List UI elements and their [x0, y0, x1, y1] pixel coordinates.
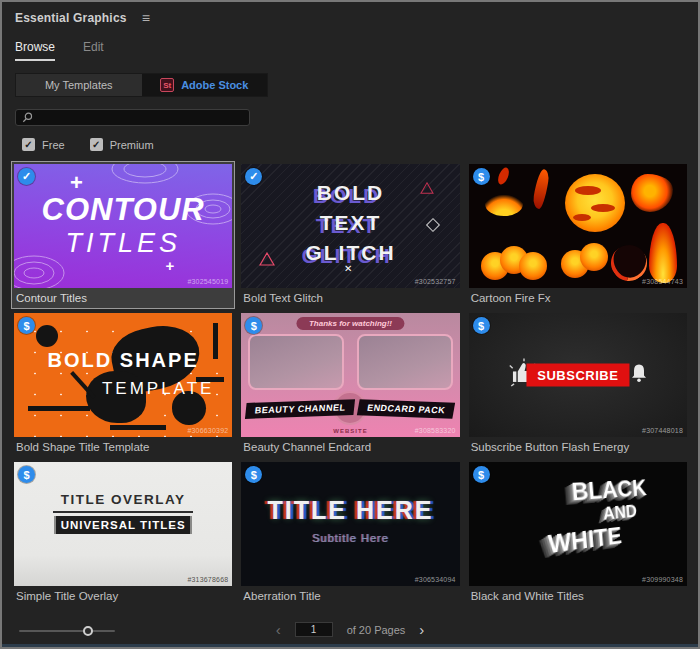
tab-browse[interactable]: Browse [15, 40, 55, 61]
filter-row: ✓ Free ✓ Premium [22, 138, 698, 151]
fire-decoration [649, 223, 677, 283]
search-box[interactable] [15, 109, 250, 126]
template-card-simple-overlay[interactable]: $ TITLE OVERLAY UNIVERSAL TITLES #313678… [11, 459, 235, 607]
template-card-bold-shape[interactable]: $ BOLD SHAPE TEMPLATE #306630392 Bold Sh… [11, 310, 235, 458]
slider-handle[interactable] [83, 626, 93, 636]
stock-id: #306630392 [187, 427, 228, 434]
premium-dollar-badge-icon: $ [245, 317, 262, 334]
fire-cloud-decoration [481, 252, 547, 280]
tab-bar: Browse Edit [15, 40, 698, 61]
video-placeholder [248, 334, 344, 390]
free-checkbox-checked-icon[interactable]: ✓ [22, 138, 35, 151]
template-title: Simple Title Overlay [14, 586, 232, 604]
template-card-beauty-endcard[interactable]: $ Thanks for watching!! BEAUTY CHANNEL E… [238, 310, 462, 458]
video-placeholder [357, 334, 453, 390]
right-banner-text: ENDCARD PACK [357, 399, 456, 418]
thanks-banner-text: Thanks for watching!! [297, 317, 404, 330]
free-filter[interactable]: ✓ Free [22, 138, 65, 151]
my-templates-label: My Templates [45, 79, 113, 91]
panel-title: Essential Graphics [15, 11, 127, 25]
template-card-black-white-titles[interactable]: $ BLACK AND WHITE #309990348 Black and W… [466, 459, 690, 607]
premium-dollar-badge-icon: $ [18, 466, 35, 483]
search-input[interactable] [33, 112, 249, 124]
panel-header: Essential Graphics ≡ [2, 2, 698, 25]
template-title: Black and White Titles [469, 586, 687, 604]
adobe-stock-icon: St [160, 78, 174, 92]
premium-label: Premium [110, 139, 154, 151]
shape-decoration [36, 325, 58, 347]
premium-dollar-badge-icon: $ [473, 317, 490, 334]
bell-icon [627, 361, 651, 385]
stock-id: #302532757 [415, 278, 456, 285]
thumb-title-text: CONTOUR [14, 192, 232, 228]
template-card-bold-text-glitch[interactable]: ✓ BOLD TEXT GLITCH ✕ #302532757 Bold Tex… [238, 161, 462, 309]
source-toggle: My Templates St Adobe Stock [15, 73, 268, 97]
page-count-label: of 20 Pages [347, 624, 406, 636]
thumb-subtitle-text: TEMPLATE [84, 379, 232, 399]
3d-title-stack: BLACK AND WHITE [522, 476, 651, 562]
template-card-contour-titles[interactable]: ✓ + + CONTOUR TITLES [11, 161, 235, 309]
chevron-left-icon[interactable]: ‹ [276, 623, 281, 637]
premium-dollar-badge-icon: $ [473, 168, 490, 185]
shape-decoration [110, 425, 166, 430]
tab-edit[interactable]: Edit [83, 40, 104, 61]
triangle-decoration [259, 252, 275, 266]
search-icon [22, 112, 33, 123]
underline-decoration [53, 511, 193, 513]
stock-id: #309990348 [642, 576, 683, 583]
fire-decoration [496, 166, 511, 186]
adobe-stock-button[interactable]: St Adobe Stock [142, 74, 268, 96]
stock-id: #306534094 [415, 576, 456, 583]
fire-decoration [532, 168, 550, 209]
panel-menu-icon[interactable]: ≡ [142, 12, 150, 24]
template-card-cartoon-fire-fx[interactable]: $ #308544743 Car [466, 161, 690, 309]
stock-id: #307448018 [642, 427, 683, 434]
template-card-subscribe-flash[interactable]: $ SUBSCRIBE #307448018 Subscri [466, 310, 690, 458]
fire-decoration [485, 192, 523, 216]
free-check-badge-icon: ✓ [18, 168, 35, 185]
stock-id: #308583320 [415, 427, 456, 434]
stock-id: #302545019 [187, 278, 228, 285]
premium-dollar-badge-icon: $ [473, 466, 490, 483]
subscribe-button-text: SUBSCRIBE [526, 364, 629, 387]
adobe-stock-label: Adobe Stock [181, 79, 248, 91]
template-thumbnail: $ BOLD SHAPE TEMPLATE #306630392 [14, 313, 232, 437]
chevron-right-icon[interactable]: › [419, 623, 424, 637]
fire-cloud-decoration [561, 250, 608, 278]
fire-decoration [631, 174, 673, 212]
template-thumbnail: $ TITLE HERE Subtitle Here #306534094 [241, 462, 459, 586]
plus-decoration: + [166, 257, 175, 274]
template-thumbnail: $ TITLE OVERLAY UNIVERSAL TITLES #313678… [14, 462, 232, 586]
thumbnail-size-slider[interactable] [19, 626, 115, 636]
triangle-decoration [420, 182, 434, 194]
template-thumbnail: $ #308544743 [469, 164, 687, 288]
template-title: Bold Text Glitch [241, 288, 459, 306]
contour-rings-decoration [110, 164, 180, 186]
template-title: Aberration Title [241, 586, 459, 604]
panel-bottom-border [2, 644, 698, 647]
template-title: Beauty Channel Endcard [241, 437, 459, 455]
premium-filter[interactable]: ✓ Premium [90, 138, 154, 151]
template-title: Contour Titles [14, 288, 232, 306]
cross-decoration: ✕ [344, 263, 352, 274]
template-title: Cartoon Fire Fx [469, 288, 687, 306]
template-title: Subscribe Button Flash Energy [469, 437, 687, 455]
template-title: Bold Shape Title Template [14, 437, 232, 455]
template-grid: ✓ + + CONTOUR TITLES [11, 161, 690, 607]
premium-dollar-badge-icon: $ [18, 317, 35, 334]
template-thumbnail: $ Thanks for watching!! BEAUTY CHANNEL E… [241, 313, 459, 437]
thumb-title-text: BOLD SHAPE [14, 349, 232, 372]
stock-id: #313678668 [187, 576, 228, 583]
thumb-subtitle-text: TITLES [14, 228, 232, 259]
premium-checkbox-checked-icon[interactable]: ✓ [90, 138, 103, 151]
template-thumbnail: $ SUBSCRIBE #307448018 [469, 313, 687, 437]
template-card-aberration-title[interactable]: $ TITLE HERE Subtitle Here #306534094 Ab… [238, 459, 462, 607]
stock-id: #308544743 [642, 278, 683, 285]
my-templates-button[interactable]: My Templates [16, 74, 142, 96]
thumb-subtitle-text: UNIVERSAL TITLES [54, 516, 192, 534]
page-number-input[interactable] [295, 622, 333, 637]
thumb-title-text: TITLE OVERLAY [14, 492, 232, 507]
template-thumbnail: ✓ BOLD TEXT GLITCH ✕ #302532757 [241, 164, 459, 288]
slider-track[interactable] [19, 630, 115, 632]
essential-graphics-panel: Essential Graphics ≡ Browse Edit My Temp… [0, 0, 700, 649]
